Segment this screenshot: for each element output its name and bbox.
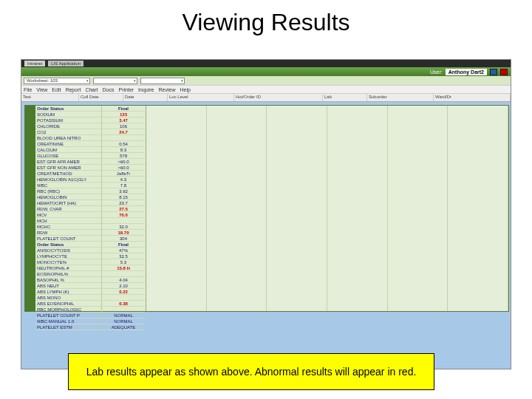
app-header: User: Anthony Dart2 bbox=[21, 67, 511, 76]
result-row: ABS LYMPH (K)0.22 bbox=[35, 289, 146, 295]
result-row: GLUCOSE578 bbox=[35, 153, 146, 159]
result-label: MONOCYTE% bbox=[35, 259, 102, 265]
result-row: HEMATOCRIT (HA)23.7 bbox=[35, 200, 146, 206]
panel-left-stub bbox=[25, 106, 35, 311]
result-value: 0.54 bbox=[102, 141, 145, 147]
result-value: 106 bbox=[102, 123, 145, 129]
worksheet-select[interactable]: Worksheet: 103 bbox=[24, 78, 90, 84]
result-row: ANISOCYTOSIS47% bbox=[35, 248, 146, 253]
col-header[interactable]: Ward/Dr bbox=[434, 94, 511, 101]
user-name: Anthony Dart2 bbox=[446, 69, 487, 75]
result-row: HEMOGLOBIN8.15 bbox=[35, 194, 146, 200]
result-row: RDW, CVAR27.5 bbox=[35, 206, 146, 212]
result-row: LYMPHOCYTE32.5 bbox=[35, 253, 146, 259]
result-label: PLATELET COUNT P bbox=[35, 313, 102, 318]
col-header[interactable]: Coll Date bbox=[79, 94, 123, 101]
result-value: 24.7 bbox=[102, 129, 145, 135]
result-row: ABS NEUT2.10 bbox=[35, 283, 146, 289]
result-label: CREATININE bbox=[35, 141, 102, 147]
result-row: BLOOD UREA NITRO bbox=[35, 135, 146, 141]
menu-chart[interactable]: Chart bbox=[85, 87, 98, 92]
result-label: HEMOGLOBIN bbox=[35, 194, 102, 200]
result-value bbox=[102, 307, 145, 313]
result-value: JaffeTr bbox=[102, 171, 145, 177]
result-label: LYMPHOCYTE bbox=[35, 253, 102, 259]
result-value: 27.5 bbox=[102, 206, 145, 212]
result-row: NEUTROPHIL #15.8 H bbox=[35, 265, 146, 271]
result-row: WBC7.8 bbox=[35, 183, 146, 188]
results-panel: Order StatusFinalSODIUM133POTASSIUM3.47C… bbox=[24, 105, 509, 312]
result-value: 32.5 bbox=[102, 253, 145, 259]
result-row: CREAT/METHODJaffeTr bbox=[35, 171, 146, 177]
body-area: Order StatusFinalSODIUM133POTASSIUM3.47C… bbox=[21, 102, 511, 369]
menu-file[interactable]: File bbox=[24, 87, 32, 92]
menu-review[interactable]: Review bbox=[159, 87, 176, 92]
result-row: MCH bbox=[35, 218, 146, 224]
result-row: PLATELET COUNT304 bbox=[35, 236, 146, 242]
menu-view[interactable]: View bbox=[36, 87, 47, 92]
result-value bbox=[102, 295, 145, 301]
lock-icon[interactable] bbox=[490, 69, 497, 75]
result-row: EST GFR AFR AMER>60.0 bbox=[35, 159, 146, 165]
result-row: RBC MORPHOLOGIC bbox=[35, 307, 146, 313]
browser-tab[interactable]: Intranet bbox=[24, 61, 45, 66]
col-header[interactable]: Suborder bbox=[367, 94, 434, 101]
result-value: 578 bbox=[102, 153, 145, 159]
result-value: 0.38 bbox=[102, 301, 145, 307]
app-window: Intranet LIS Application User: Anthony D… bbox=[21, 59, 511, 369]
result-value: Final bbox=[102, 242, 145, 248]
result-label: RBC (RBC) bbox=[35, 188, 102, 194]
result-value: 8.3 bbox=[102, 147, 145, 153]
result-row: EST GFR NON AMER>60.0 bbox=[35, 165, 146, 171]
result-label: HEMOGLOBIN A1C(GLY bbox=[35, 177, 102, 183]
result-label: EST GFR NON AMER bbox=[35, 165, 102, 171]
close-icon[interactable] bbox=[500, 69, 508, 75]
result-value: 0.22 bbox=[102, 289, 145, 295]
results-grid: Order StatusFinalSODIUM133POTASSIUM3.47C… bbox=[35, 106, 146, 311]
result-row: ABS MONO bbox=[35, 295, 146, 301]
result-label: CO2 bbox=[35, 129, 102, 135]
browser-tab[interactable]: LIS Application bbox=[48, 61, 83, 66]
col-header[interactable]: Date bbox=[123, 94, 168, 101]
col-header[interactable]: Hot/Order ID bbox=[234, 94, 323, 101]
user-label: User: bbox=[430, 69, 443, 75]
result-row: MONOCYTE%5.3 bbox=[35, 259, 146, 265]
result-label: MCV bbox=[35, 212, 102, 218]
result-value: Final bbox=[102, 106, 145, 112]
menubar: File View Edit Report Chart Docs Printer… bbox=[21, 85, 511, 94]
result-label: RBC MORPHOLOGIC bbox=[35, 307, 102, 313]
result-row: HEMOGLOBIN A1C(GLY4.3 bbox=[35, 177, 146, 183]
result-row: PLATELET COUNT PNORMAL bbox=[35, 313, 146, 318]
menu-docs[interactable]: Docs bbox=[103, 87, 115, 92]
result-value: ADEQUATE bbox=[102, 324, 145, 330]
result-row: CHLORIDE106 bbox=[35, 123, 146, 129]
menu-inquire[interactable]: Inquire bbox=[138, 87, 154, 92]
result-label: PLATELET ESTM bbox=[35, 324, 102, 330]
menu-report[interactable]: Report bbox=[65, 87, 81, 92]
menu-help[interactable]: Help bbox=[180, 87, 190, 92]
col-header[interactable]: Loc Level bbox=[168, 94, 234, 101]
result-row: RBC (RBC)3.92 bbox=[35, 188, 146, 194]
result-row: SODIUM133 bbox=[35, 112, 146, 117]
col-header[interactable]: Test bbox=[21, 94, 79, 101]
result-value: 8.15 bbox=[102, 194, 145, 200]
col-header[interactable]: Lab bbox=[323, 94, 367, 101]
result-label: RDW, CVAR bbox=[35, 206, 102, 212]
caption-box: Lab results appear as shown above. Abnor… bbox=[68, 353, 434, 390]
result-label: WBC bbox=[35, 183, 102, 188]
result-label: BASOPHIL % bbox=[35, 277, 102, 283]
result-label: SODIUM bbox=[35, 112, 102, 117]
result-row: POTASSIUM3.47 bbox=[35, 117, 146, 123]
menu-edit[interactable]: Edit bbox=[52, 87, 61, 92]
result-row: MCV70.0 bbox=[35, 212, 146, 218]
result-row: Order StatusFinal bbox=[35, 106, 146, 112]
result-row: EOSINOPHIL% bbox=[35, 271, 146, 277]
result-label: Order Status bbox=[35, 106, 102, 112]
result-value: 304 bbox=[102, 236, 145, 242]
menu-printer[interactable]: Printer bbox=[118, 87, 134, 92]
result-label: ANISOCYTOSIS bbox=[35, 248, 102, 253]
result-row: Order StatusFinal bbox=[35, 242, 146, 248]
filter-select[interactable] bbox=[93, 78, 137, 84]
filter-select[interactable] bbox=[140, 78, 185, 84]
column-headers: Test Coll Date Date Loc Level Hot/Order … bbox=[21, 94, 511, 102]
